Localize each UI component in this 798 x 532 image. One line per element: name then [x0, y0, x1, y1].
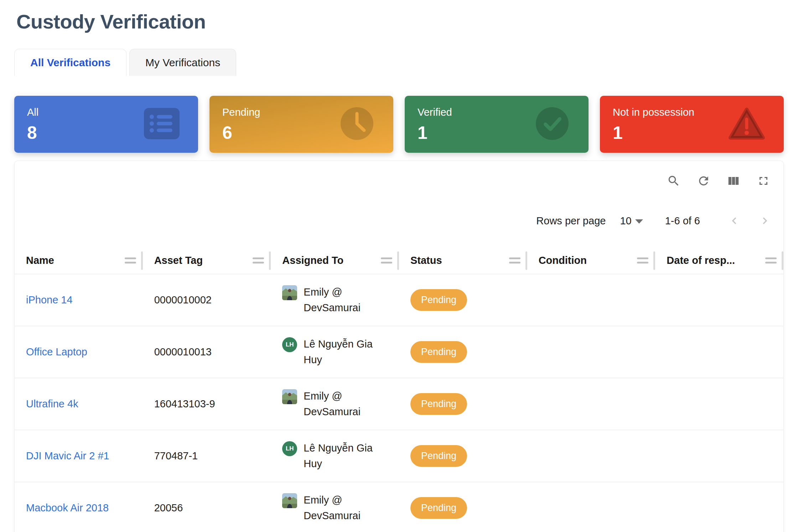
- initials-avatar: LH: [282, 441, 297, 456]
- column-header: Asset Tag: [143, 247, 271, 274]
- pager-controls: [727, 214, 772, 228]
- tab-my-verifications[interactable]: My Verifications: [129, 49, 236, 76]
- chevron-down-icon: [635, 219, 643, 224]
- table-row: DJI Mavic Air 2 #1 770487-1 LH Lê Nguyễn…: [15, 430, 783, 482]
- refresh-icon[interactable]: [696, 174, 711, 188]
- pagination-range: 1-6 of 6: [665, 215, 700, 227]
- status-badge: Pending: [410, 393, 467, 415]
- column-header: Assigned To: [271, 247, 399, 274]
- column-header: Condition: [527, 247, 656, 274]
- assigned-to-cell: LH Lê Nguyễn Gia Huy: [271, 440, 399, 471]
- assigned-to-name: Lê Nguyễn Gia Huy: [304, 337, 377, 367]
- status-cell: Pending: [399, 341, 527, 363]
- warning-icon: [728, 107, 765, 141]
- asset-name-link[interactable]: Office Laptop: [26, 346, 87, 358]
- table-body: iPhone 14 0000010002 Emily @ DevSamurai …: [15, 274, 783, 532]
- custody-verification-page: Custody Verification All Verifications M…: [0, 10, 798, 532]
- status-badge: Pending: [410, 497, 467, 519]
- assigned-to-cell: Emily @ DevSamurai: [271, 388, 399, 419]
- clock-icon: [339, 106, 375, 143]
- photo-avatar: [282, 493, 297, 508]
- table-row: Office Laptop 0000010013 LH Lê Nguyễn Gi…: [15, 326, 783, 378]
- stat-card-not-in-possession[interactable]: Not in possession 1: [600, 96, 784, 153]
- asset-name-link[interactable]: Macbook Air 2018: [26, 502, 109, 513]
- assigned-to-cell: Emily @ DevSamurai: [271, 492, 399, 523]
- column-header-label: Asset Tag: [154, 255, 203, 266]
- name-cell: Office Laptop: [15, 346, 143, 358]
- table-row: iPhone 14 0000010002 Emily @ DevSamurai …: [15, 274, 783, 326]
- assigned-to-cell: Emily @ DevSamurai: [271, 285, 399, 315]
- table-header-row: Name Asset Tag Assigned To Status Condit…: [15, 247, 783, 274]
- status-cell: Pending: [399, 289, 527, 311]
- status-cell: Pending: [399, 445, 527, 467]
- search-icon[interactable]: [667, 174, 681, 188]
- fullscreen-icon[interactable]: [756, 174, 771, 188]
- assigned-to-name: Emily @ DevSamurai: [304, 285, 377, 315]
- view-columns-icon[interactable]: [726, 174, 741, 188]
- photo-avatar: [282, 285, 297, 300]
- table-toolbar: [15, 161, 783, 188]
- rows-per-page-label: Rows per page: [536, 215, 606, 227]
- asset-tag-cell: 0000010013: [143, 346, 271, 358]
- stat-card-pending[interactable]: Pending 6: [209, 96, 393, 153]
- name-cell: iPhone 14: [15, 294, 143, 306]
- column-separator: [782, 251, 783, 270]
- rows-per-page-select[interactable]: 10: [620, 215, 643, 227]
- asset-name-link[interactable]: Ultrafine 4k: [26, 398, 78, 410]
- tab-my-verifications-label: My Verifications: [145, 57, 220, 69]
- column-header-label: Condition: [539, 255, 587, 266]
- column-drag-handle-icon[interactable]: [253, 257, 264, 264]
- asset-tag-cell: 770487-1: [143, 450, 271, 462]
- rows-per-page-value: 10: [620, 215, 631, 227]
- column-header: Status: [399, 247, 527, 274]
- table-row: Macbook Air 2018 20056 Emily @ DevSamura…: [15, 482, 783, 532]
- column-header: Name: [15, 247, 143, 274]
- column-header-label: Name: [26, 255, 54, 266]
- name-cell: Macbook Air 2018: [15, 502, 143, 514]
- name-cell: DJI Mavic Air 2 #1: [15, 450, 143, 462]
- stat-cards: All 8 Pending 6 Verified: [14, 96, 784, 153]
- column-header-label: Date of resp...: [667, 255, 735, 266]
- list-icon: [144, 108, 180, 141]
- asset-tag-cell: 0000010002: [143, 294, 271, 306]
- tab-all-verifications[interactable]: All Verifications: [14, 49, 126, 76]
- column-drag-handle-icon[interactable]: [637, 257, 648, 264]
- assigned-to-name: Emily @ DevSamurai: [304, 388, 377, 419]
- verification-table-panel: Rows per page 10 1-6 of 6 Name Asset T: [14, 161, 784, 532]
- pagination-bar: Rows per page 10 1-6 of 6: [15, 214, 783, 228]
- tab-bar: All Verifications My Verifications: [14, 49, 784, 76]
- assigned-to-name: Lê Nguyễn Gia Huy: [304, 440, 377, 471]
- column-drag-handle-icon[interactable]: [765, 257, 777, 264]
- column-drag-handle-icon[interactable]: [509, 257, 520, 264]
- status-cell: Pending: [399, 497, 527, 519]
- column-header: Date of resp...: [655, 247, 783, 274]
- column-drag-handle-icon[interactable]: [381, 257, 392, 264]
- column-header-label: Assigned To: [282, 255, 343, 266]
- status-badge: Pending: [410, 341, 467, 363]
- initials-avatar: LH: [282, 337, 297, 352]
- previous-page-button[interactable]: [727, 214, 741, 228]
- name-cell: Ultrafine 4k: [15, 398, 143, 410]
- verification-table: Name Asset Tag Assigned To Status Condit…: [15, 247, 783, 532]
- check-icon: [534, 106, 570, 143]
- next-page-button[interactable]: [758, 214, 772, 228]
- assigned-to-cell: LH Lê Nguyễn Gia Huy: [271, 337, 399, 367]
- column-drag-handle-icon[interactable]: [125, 257, 136, 264]
- photo-avatar: [282, 389, 297, 404]
- stat-card-verified[interactable]: Verified 1: [405, 96, 589, 153]
- column-header-label: Status: [410, 255, 442, 266]
- table-row: Ultrafine 4k 160413103-9 Emily @ DevSamu…: [15, 378, 783, 430]
- status-cell: Pending: [399, 393, 527, 415]
- asset-name-link[interactable]: iPhone 14: [26, 294, 73, 306]
- status-badge: Pending: [410, 445, 467, 467]
- status-badge: Pending: [410, 289, 467, 311]
- asset-tag-cell: 20056: [143, 502, 271, 514]
- stat-card-all[interactable]: All 8: [14, 96, 198, 153]
- assigned-to-name: Emily @ DevSamurai: [304, 492, 377, 523]
- asset-name-link[interactable]: DJI Mavic Air 2 #1: [26, 450, 109, 461]
- tab-all-verifications-label: All Verifications: [30, 57, 110, 69]
- page-title: Custody Verification: [16, 10, 784, 33]
- asset-tag-cell: 160413103-9: [143, 398, 271, 410]
